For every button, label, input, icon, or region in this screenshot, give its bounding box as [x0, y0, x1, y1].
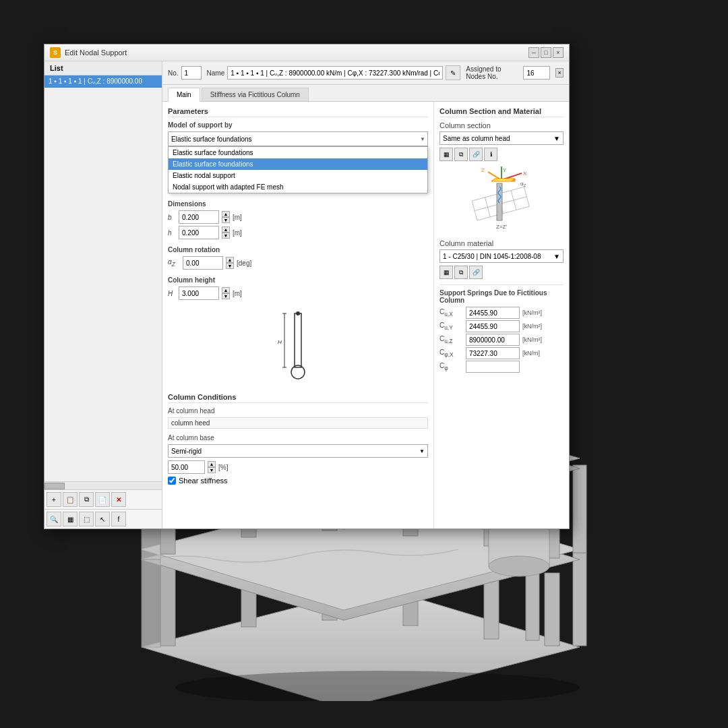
close-button[interactable]: ×: [553, 47, 564, 58]
copy-button[interactable]: ⧉: [79, 492, 94, 507]
cs-section-dropdown[interactable]: Same as column head ▼: [439, 131, 564, 145]
cs-section-value: Same as column head: [443, 135, 510, 142]
paste-button[interactable]: 📄: [95, 492, 110, 507]
content-area: Parameters Model of support by Elastic s…: [162, 102, 569, 528]
alpha-up[interactable]: ▲: [226, 257, 234, 263]
rotation-row: αZ ▲ ▼ [deg]: [168, 256, 428, 270]
tabs-row: Main Stiffness via Fictitious Column: [162, 85, 569, 102]
dim-h-input[interactable]: [179, 226, 219, 239]
material-label: Column material: [439, 239, 564, 247]
select-button[interactable]: ⬚: [79, 512, 94, 526]
svg-rect-31: [142, 559, 160, 647]
base-percent-row: ▲ ▼ [%]: [168, 460, 428, 474]
height-up[interactable]: ▲: [222, 287, 230, 293]
height-down[interactable]: ▼: [222, 293, 230, 299]
window-controls: ─ □ ×: [528, 47, 564, 58]
svg-text:αZ: αZ: [520, 181, 526, 187]
new-button[interactable]: +: [47, 492, 61, 507]
spring-value-2[interactable]: [466, 334, 520, 346]
spring-value-3[interactable]: [466, 347, 520, 359]
model-dropdown-menu: Elastic surface foundations Elastic surf…: [168, 146, 428, 193]
dimensions-title: Dimensions: [168, 200, 428, 208]
tab-main[interactable]: Main: [168, 88, 200, 102]
base-select[interactable]: Semi-rigid ▼: [168, 444, 428, 458]
spring-label-0: Cu,X: [439, 308, 463, 317]
base-dropdown: Semi-rigid ▼: [168, 444, 428, 458]
at-base-label: At column base: [168, 434, 428, 442]
dim-b-up[interactable]: ▲: [222, 211, 230, 217]
option-elastic-surface[interactable]: Elastic surface foundations: [169, 147, 427, 158]
dim-h-up[interactable]: ▲: [222, 226, 230, 233]
cs-info-btn[interactable]: ℹ: [484, 148, 497, 161]
spring-row-2: Cu,Z [kN/m²]: [439, 334, 564, 346]
dim-b-unit: [m]: [233, 214, 242, 221]
zoom-button[interactable]: 🔍: [47, 512, 61, 526]
right-panel: No. Name ✎ Assigned to Nodes No. × Main …: [162, 61, 569, 528]
model-select-display[interactable]: Elastic surface foundations: [168, 131, 428, 146]
option-nodal-adapted[interactable]: Nodal support with adapted FE mesh: [169, 181, 427, 193]
no-input[interactable]: [181, 66, 202, 80]
column-diagram: H: [168, 307, 428, 388]
base-percent-down[interactable]: ▼: [208, 467, 216, 473]
alpha-input[interactable]: [183, 256, 223, 270]
svg-marker-55: [491, 179, 515, 181]
conditions-title: Column Conditions: [168, 393, 428, 403]
cs-section-label: Column section: [439, 121, 564, 129]
material-dropdown[interactable]: 1 - C25/30 | DIN 1045-1:2008-08 ▼: [439, 249, 564, 263]
scrollbar-thumb[interactable]: [44, 483, 65, 489]
dim-h-down[interactable]: ▼: [222, 233, 230, 239]
svg-rect-6: [545, 573, 559, 646]
assigned-input[interactable]: [523, 66, 550, 80]
svg-rect-18: [573, 465, 586, 553]
tab-stiffness[interactable]: Stiffness via Fictitious Column: [202, 88, 309, 101]
name-input[interactable]: [227, 66, 443, 80]
cs-copy-btn[interactable]: ⧉: [454, 148, 468, 161]
cursor-button[interactable]: ↖: [95, 512, 110, 526]
edit-button[interactable]: ✎: [446, 65, 460, 80]
column-height-group: Column height H ▲ ▼ [m]: [168, 276, 428, 300]
dim-h-spinner: ▲ ▼: [222, 226, 230, 239]
spring-unit-0: [kN/m²]: [522, 309, 542, 316]
horizontal-scrollbar[interactable]: [44, 481, 162, 489]
shear-stiffness-checkbox[interactable]: [168, 477, 176, 485]
rotation-title: Column rotation: [168, 246, 428, 253]
delete-button[interactable]: ✕: [111, 492, 126, 507]
cs-dropdown-arrow: ▼: [553, 135, 560, 142]
base-select-value: Semi-rigid: [171, 448, 202, 455]
assigned-close-button[interactable]: ×: [555, 68, 564, 78]
dialog-window: S Edit Nodal Support ─ □ × List 1 ▪ 1 ▪ …: [44, 44, 570, 529]
spring-value-1[interactable]: [466, 320, 520, 332]
minimize-button[interactable]: ─: [528, 47, 539, 58]
spring-value-0[interactable]: [466, 307, 520, 319]
svg-text:Y: Y: [503, 167, 507, 173]
mat-grid-btn[interactable]: ▦: [439, 266, 453, 279]
base-dropdown-arrow: ▼: [419, 448, 425, 454]
cs-grid-btn[interactable]: ▦: [439, 148, 453, 161]
parameters-title: Parameters: [168, 107, 428, 117]
list-toolbar: + 📋 ⧉ 📄 ✕: [44, 489, 162, 509]
grid-button[interactable]: ▦: [63, 512, 78, 526]
base-percent-input[interactable]: [168, 460, 205, 474]
at-head-label: At column head: [168, 407, 428, 415]
column-rotation-group: Column rotation αZ ▲ ▼ [deg]: [168, 246, 428, 270]
option-elastic-surface-2[interactable]: Elastic surface foundations: [169, 158, 427, 170]
mat-link-btn[interactable]: 🔗: [469, 266, 483, 279]
name-label: Name: [207, 69, 225, 77]
function-button[interactable]: f: [111, 512, 126, 526]
height-input[interactable]: [179, 286, 219, 300]
cs-link-btn[interactable]: 🔗: [469, 148, 483, 161]
list-item[interactable]: 1 ▪ 1 ▪ 1 ▪ 1 | Cᵤ,Z : 8900000.00: [44, 75, 162, 88]
title-bar: S Edit Nodal Support ─ □ ×: [44, 44, 569, 61]
option-elastic-nodal[interactable]: Elastic nodal support: [169, 170, 427, 181]
maximize-button[interactable]: □: [541, 47, 551, 58]
dim-b-down[interactable]: ▼: [222, 217, 230, 223]
base-percent-up[interactable]: ▲: [208, 461, 216, 467]
assigned-group: Assigned to Nodes No. ×: [466, 65, 564, 80]
mat-copy-btn[interactable]: ⧉: [454, 266, 468, 279]
alpha-down[interactable]: ▼: [226, 263, 234, 269]
right-content: Column Section and Material Column secti…: [434, 102, 569, 528]
spring-value-4[interactable]: [466, 361, 520, 373]
name-field-group: Name ✎: [207, 65, 461, 80]
open-button[interactable]: 📋: [63, 492, 78, 507]
dim-b-input[interactable]: [179, 210, 219, 224]
